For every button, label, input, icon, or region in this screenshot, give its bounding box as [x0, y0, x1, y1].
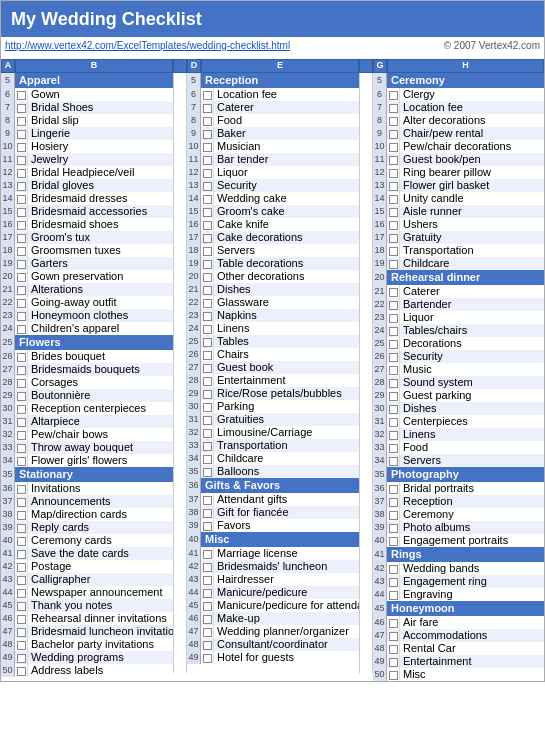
- checkbox[interactable]: [17, 498, 26, 507]
- checkbox[interactable]: [389, 444, 398, 453]
- checkbox[interactable]: [203, 169, 212, 178]
- checkbox[interactable]: [389, 353, 398, 362]
- checkbox[interactable]: [17, 392, 26, 401]
- checkbox[interactable]: [17, 550, 26, 559]
- checkbox[interactable]: [203, 550, 212, 559]
- checkbox[interactable]: [203, 602, 212, 611]
- checkbox[interactable]: [389, 104, 398, 113]
- checkbox[interactable]: [203, 377, 212, 386]
- checkbox[interactable]: [17, 628, 26, 637]
- checkbox[interactable]: [389, 208, 398, 217]
- checkbox[interactable]: [17, 667, 26, 676]
- checkbox[interactable]: [389, 418, 398, 427]
- checkbox[interactable]: [17, 195, 26, 204]
- checkbox[interactable]: [17, 273, 26, 282]
- checkbox[interactable]: [389, 671, 398, 680]
- checkbox[interactable]: [17, 654, 26, 663]
- checkbox[interactable]: [17, 511, 26, 520]
- checkbox[interactable]: [389, 537, 398, 546]
- checkbox[interactable]: [203, 234, 212, 243]
- checkbox[interactable]: [203, 195, 212, 204]
- checkbox[interactable]: [17, 312, 26, 321]
- checkbox[interactable]: [389, 632, 398, 641]
- checkbox[interactable]: [389, 195, 398, 204]
- checkbox[interactable]: [17, 117, 26, 126]
- checkbox[interactable]: [17, 234, 26, 243]
- checkbox[interactable]: [17, 457, 26, 466]
- checkbox[interactable]: [17, 353, 26, 362]
- checkbox[interactable]: [203, 325, 212, 334]
- checkbox[interactable]: [203, 117, 212, 126]
- checkbox[interactable]: [389, 457, 398, 466]
- checkbox[interactable]: [203, 143, 212, 152]
- checkbox[interactable]: [203, 641, 212, 650]
- checkbox[interactable]: [389, 117, 398, 126]
- checkbox[interactable]: [389, 405, 398, 414]
- checkbox[interactable]: [17, 563, 26, 572]
- checkbox[interactable]: [203, 351, 212, 360]
- checkbox[interactable]: [389, 591, 398, 600]
- checkbox[interactable]: [389, 182, 398, 191]
- checkbox[interactable]: [389, 578, 398, 587]
- checkbox[interactable]: [389, 156, 398, 165]
- checkbox[interactable]: [389, 143, 398, 152]
- checkbox[interactable]: [17, 524, 26, 533]
- checkbox[interactable]: [17, 182, 26, 191]
- checkbox[interactable]: [203, 455, 212, 464]
- checkbox[interactable]: [389, 247, 398, 256]
- checkbox[interactable]: [17, 366, 26, 375]
- checkbox[interactable]: [389, 565, 398, 574]
- checkbox[interactable]: [17, 260, 26, 269]
- checkbox[interactable]: [389, 314, 398, 323]
- checkbox[interactable]: [389, 340, 398, 349]
- checkbox[interactable]: [389, 91, 398, 100]
- checkbox[interactable]: [203, 628, 212, 637]
- checkbox[interactable]: [203, 589, 212, 598]
- checkbox[interactable]: [389, 288, 398, 297]
- checkbox[interactable]: [389, 327, 398, 336]
- checkbox[interactable]: [389, 366, 398, 375]
- checkbox[interactable]: [389, 169, 398, 178]
- checkbox[interactable]: [203, 615, 212, 624]
- checkbox[interactable]: [389, 221, 398, 230]
- checkbox[interactable]: [203, 468, 212, 477]
- checkbox[interactable]: [203, 312, 212, 321]
- checkbox[interactable]: [17, 444, 26, 453]
- checkbox[interactable]: [17, 156, 26, 165]
- checkbox[interactable]: [203, 130, 212, 139]
- checkbox[interactable]: [203, 208, 212, 217]
- checkbox[interactable]: [17, 589, 26, 598]
- checkbox[interactable]: [203, 416, 212, 425]
- checkbox[interactable]: [203, 429, 212, 438]
- checkbox[interactable]: [17, 208, 26, 217]
- checkbox[interactable]: [17, 602, 26, 611]
- checkbox[interactable]: [203, 403, 212, 412]
- checkbox[interactable]: [389, 619, 398, 628]
- checkbox[interactable]: [203, 91, 212, 100]
- checkbox[interactable]: [203, 563, 212, 572]
- checkbox[interactable]: [17, 431, 26, 440]
- checkbox[interactable]: [203, 496, 212, 505]
- checkbox[interactable]: [389, 431, 398, 440]
- checkbox[interactable]: [389, 645, 398, 654]
- checkbox[interactable]: [389, 260, 398, 269]
- checkbox[interactable]: [17, 130, 26, 139]
- checkbox[interactable]: [17, 325, 26, 334]
- checkbox[interactable]: [203, 390, 212, 399]
- checkbox[interactable]: [389, 301, 398, 310]
- checkbox[interactable]: [203, 182, 212, 191]
- checkbox[interactable]: [17, 286, 26, 295]
- checkbox[interactable]: [17, 379, 26, 388]
- checkbox[interactable]: [203, 104, 212, 113]
- checkbox[interactable]: [17, 299, 26, 308]
- checkbox[interactable]: [17, 576, 26, 585]
- checkbox[interactable]: [389, 379, 398, 388]
- checkbox[interactable]: [203, 286, 212, 295]
- checkbox[interactable]: [203, 364, 212, 373]
- checkbox[interactable]: [203, 522, 212, 531]
- checkbox[interactable]: [17, 405, 26, 414]
- checkbox[interactable]: [389, 130, 398, 139]
- checkbox[interactable]: [203, 299, 212, 308]
- checkbox[interactable]: [17, 221, 26, 230]
- checkbox[interactable]: [17, 169, 26, 178]
